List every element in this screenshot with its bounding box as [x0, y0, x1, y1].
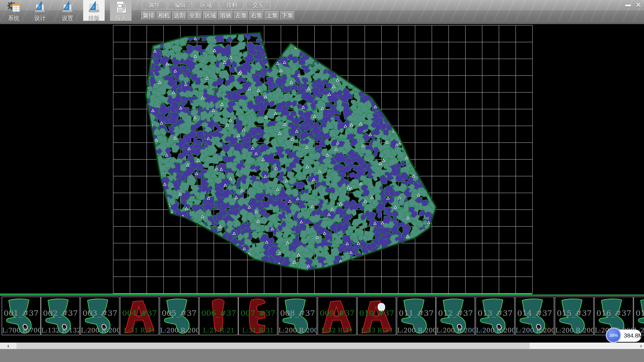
piece-lr-info: L:32 R:31	[318, 326, 356, 334]
scroll-left-arrow[interactable]: ‹	[0, 343, 16, 349]
thumbnail-divider-line	[0, 295, 644, 296]
piece-thumbnail[interactable]: 014_#37 L:200 R:200	[515, 297, 554, 335]
thumbnail-divider-line2	[0, 294, 532, 294]
scrollbar-track[interactable]	[530, 343, 644, 349]
action-button-9[interactable]: 上靠	[265, 11, 279, 20]
piece-lr-info: L:200 R:200	[278, 326, 317, 334]
piece-thumbnail[interactable]: 003_#37 L:200 R:200	[80, 297, 119, 335]
action-button-2[interactable]: 相机	[157, 11, 171, 20]
action-button-4[interactable]: 全割	[187, 11, 202, 20]
menu-tab-4[interactable]: 排料	[220, 1, 244, 9]
minimize-icon	[625, 5, 631, 6]
piece-name: 009_#37	[318, 309, 356, 317]
piece-name: 008_#37	[278, 309, 317, 317]
piece-name: 004_#37	[120, 309, 159, 317]
piece-lr-info: L:200 R:200	[81, 326, 119, 334]
piece-lr-info: L:200 R:200	[476, 326, 514, 334]
design-ruler-icon	[33, 1, 47, 14]
piece-lr-info: L:21 R:21	[200, 326, 238, 334]
memory-value: 384.8M	[624, 333, 643, 339]
piece-thumbnail[interactable]: 012_#37 L:200 R:200	[436, 297, 475, 335]
piece-lr-info: L:200 R:200	[436, 326, 475, 334]
piece-name: 003_#37	[81, 309, 119, 317]
action-button-3[interactable]: 选割	[172, 11, 187, 20]
settings-ruler-icon	[60, 1, 75, 14]
menu-tab-1[interactable]: 属性	[142, 1, 166, 9]
piece-thumbnail[interactable]: 013_#37 L:200 R:200	[476, 297, 515, 335]
action-button-5[interactable]: 区域	[203, 11, 218, 20]
piece-name: 007_#37	[239, 309, 277, 317]
piece-thumbnail[interactable]: 001_#37 L:700 R:700	[2, 297, 41, 335]
action-button-10[interactable]: 下靠	[280, 11, 295, 20]
piece-thumbnail[interactable]: 006_#37 L:21 R:21	[199, 297, 238, 335]
piece-name: 017_#37	[634, 309, 644, 317]
piece-lr-info: L:31 R:31	[239, 326, 277, 334]
piece-thumbnail[interactable]: 009_#37 L:32 R:31	[318, 297, 357, 335]
toolbar-button-report-doc[interactable]: 报表	[110, 0, 131, 21]
action-button-1[interactable]: 聚排	[141, 11, 156, 20]
action-button-6[interactable]: 瑕疵	[218, 11, 233, 20]
piece-lr-info: L:200 R:200	[160, 326, 198, 334]
system-gear-icon	[6, 1, 21, 14]
toolbar-button-settings-ruler[interactable]: 设置	[57, 0, 78, 21]
piece-thumbnail[interactable]: 008_#37 L:200 R:200	[278, 297, 317, 335]
action-button-7[interactable]: 左靠	[234, 11, 249, 20]
menu-tab-2[interactable]: 编辑	[168, 1, 192, 9]
action-button-8[interactable]: 右靠	[249, 11, 264, 20]
toolbar-button-layout-ruler[interactable]: 排版	[83, 0, 105, 21]
progress-value: 38%	[609, 333, 618, 338]
piece-lr-info: L:200 R:200	[516, 326, 554, 334]
piece-thumbnail[interactable]: 010_#37 L:33 R:33	[357, 297, 396, 335]
piece-lr-info: L:700 R:700	[2, 326, 40, 334]
main-toolbar: 系统 设计 设置 排版 报表 属性编辑区域排料交互 聚排相机选割全割区域瑕疵左靠…	[0, 0, 644, 21]
piece-lr-info: L:33 R:33	[358, 326, 396, 334]
piece-name: 012_#37	[436, 309, 475, 317]
bottom-gap	[0, 336, 644, 343]
toolbar-button-design-ruler[interactable]: 设计	[29, 0, 51, 21]
piece-name: 011_#37	[397, 309, 435, 317]
piece-thumbnail[interactable]: 011_#37 L:200 R:200	[397, 297, 436, 335]
piece-name: 014_#37	[516, 309, 554, 317]
horizontal-scrollbar[interactable]: ‹ ›	[0, 343, 644, 349]
menu-tab-3[interactable]: 区域	[194, 1, 218, 9]
piece-thumbnail[interactable]: 015_#37 L:200 R:200	[555, 297, 594, 335]
nesting-canvas[interactable]	[0, 24, 644, 295]
piece-thumbnail[interactable]: 005_#37 L:200 R:200	[160, 297, 199, 335]
report-doc-icon	[113, 1, 128, 14]
status-bar	[0, 349, 644, 362]
piece-lr-info: L:31 R:31	[120, 326, 159, 334]
piece-thumbnail[interactable]: 002_#37 L:132 R:132	[41, 297, 80, 335]
piece-name: 015_#37	[555, 309, 593, 317]
minimize-button[interactable]	[623, 2, 633, 9]
piece-name: 006_#37	[200, 309, 238, 317]
scrollbar-thumb[interactable]	[16, 343, 530, 349]
piece-lr-info: L:132 R:132	[41, 326, 79, 334]
menu-tab-5[interactable]: 交互	[246, 1, 270, 9]
progress-badge: 38%	[606, 327, 621, 343]
piece-thumbnail[interactable]: 004_#37 L:31 R:31	[120, 297, 159, 335]
piece-lr-info: L:200 R:200	[397, 326, 435, 334]
piece-name: 010_#37	[358, 309, 396, 317]
scroll-right-arrow[interactable]: ›	[640, 343, 642, 349]
piece-thumbnail[interactable]: 007_#37 L:31 R:31	[238, 297, 277, 335]
toolbar-bottom-strip	[0, 21, 644, 24]
table-icon	[12, 4, 20, 12]
piece-name: 013_#37	[476, 309, 514, 317]
piece-name: 005_#37	[160, 309, 198, 317]
layout-ruler-icon	[87, 1, 101, 14]
piece-name: 002_#37	[41, 309, 79, 317]
piece-name: 001_#37	[2, 309, 40, 317]
toolbar-button-system-gear[interactable]: 系统	[3, 0, 24, 21]
close-button[interactable]: ×	[633, 0, 643, 9]
piece-lr-info: L:200 R:200	[555, 326, 593, 334]
piece-list: 001_#37 L:700 R:700 002_#37 L:132 R:132 …	[0, 297, 644, 336]
piece-name: 016_#37	[595, 309, 633, 317]
